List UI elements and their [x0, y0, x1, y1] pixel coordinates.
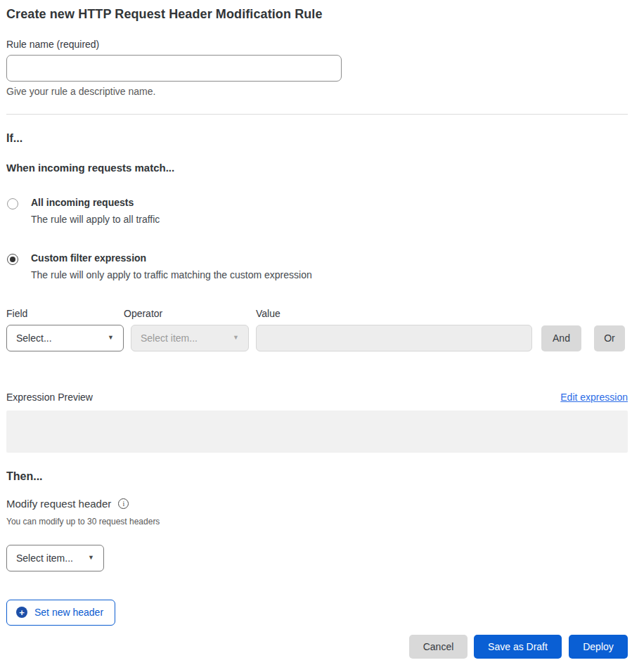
info-icon[interactable]: i	[118, 498, 129, 509]
filter-expression-row: Field Select... ▼ Operator Select item..…	[6, 308, 628, 351]
operator-label: Operator	[124, 308, 249, 319]
expression-preview-box	[6, 411, 628, 453]
field-label: Field	[6, 308, 124, 319]
value-label: Value	[256, 308, 532, 319]
header-limit-hint: You can modify up to 30 request headers	[6, 517, 628, 526]
chevron-down-icon: ▼	[233, 335, 239, 341]
operator-select[interactable]: Select item... ▼	[131, 325, 249, 351]
chevron-down-icon: ▼	[108, 335, 114, 341]
radio-custom-filter-expression[interactable]: Custom filter expression The rule will o…	[6, 252, 628, 280]
field-select-value: Select...	[16, 332, 52, 344]
chevron-down-icon: ▼	[88, 555, 94, 561]
modify-request-header-label: Modify request header	[6, 498, 111, 510]
page-title: Create new HTTP Request Header Modificat…	[6, 7, 628, 22]
edit-expression-link[interactable]: Edit expression	[560, 392, 628, 403]
rule-name-help: Give your rule a descriptive name.	[6, 86, 628, 97]
header-operation-select-value: Select item...	[16, 553, 73, 564]
header-operation-select[interactable]: Select item... ▼	[6, 545, 104, 571]
radio-label: All incoming requests	[31, 197, 160, 209]
save-as-draft-button[interactable]: Save as Draft	[474, 635, 562, 659]
operator-select-value: Select item...	[141, 332, 198, 344]
if-heading: If...	[6, 132, 628, 145]
radio-button-icon[interactable]	[7, 198, 18, 209]
rule-name-input[interactable]	[6, 55, 342, 82]
expression-preview-header: Expression Preview Edit expression	[6, 392, 628, 403]
radio-label: Custom filter expression	[31, 252, 312, 264]
radio-all-incoming-requests[interactable]: All incoming requests The rule will appl…	[6, 197, 628, 225]
radio-button-icon[interactable]	[7, 254, 18, 265]
value-input[interactable]	[256, 325, 532, 351]
rule-name-label: Rule name (required)	[6, 39, 628, 50]
and-button[interactable]: And	[541, 325, 581, 351]
then-heading: Then...	[6, 470, 628, 483]
cancel-button[interactable]: Cancel	[409, 635, 467, 659]
create-rule-form: Create new HTTP Request Header Modificat…	[0, 0, 632, 626]
set-new-header-label: Set new header	[34, 607, 103, 618]
set-new-header-button[interactable]: + Set new header	[6, 600, 115, 626]
radio-description: The rule will apply to all traffic	[31, 214, 160, 225]
section-divider	[6, 114, 628, 115]
or-button[interactable]: Or	[594, 325, 625, 351]
match-subheading: When incoming requests match...	[6, 162, 628, 174]
footer-actions: Cancel Save as Draft Deploy	[409, 635, 628, 659]
field-select[interactable]: Select... ▼	[6, 325, 124, 351]
radio-description: The rule will only apply to traffic matc…	[31, 269, 312, 280]
deploy-button[interactable]: Deploy	[569, 635, 628, 659]
plus-icon: +	[16, 607, 27, 618]
expression-preview-label: Expression Preview	[6, 392, 93, 403]
match-type-radio-group: All incoming requests The rule will appl…	[6, 197, 628, 280]
